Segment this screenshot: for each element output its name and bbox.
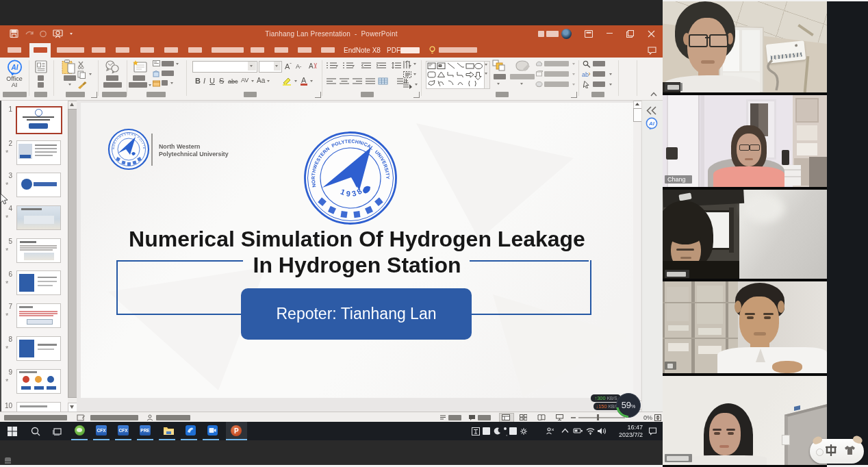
svg-text:ab: ab	[582, 71, 589, 78]
svg-text:AI: AI	[648, 121, 655, 127]
svg-text:AI: AI	[11, 64, 18, 71]
svg-text:A: A	[309, 62, 314, 70]
